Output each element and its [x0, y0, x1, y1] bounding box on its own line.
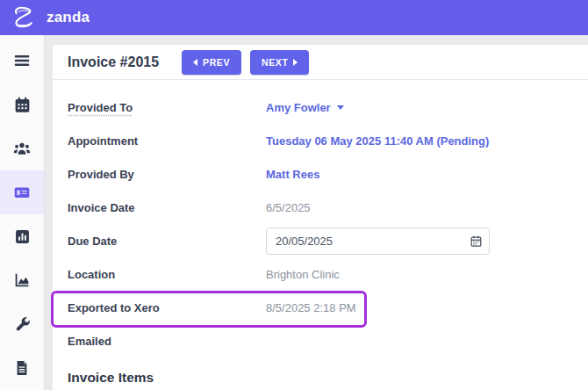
sidebar-item-calendar[interactable]	[0, 83, 44, 126]
notes-document-icon	[13, 359, 31, 377]
invoice-fields: Provided To Amy Fowler Appointment Tuesd…	[53, 80, 588, 358]
invoice-pagination: PREV NEXT	[182, 50, 309, 75]
sidebar-item-notes[interactable]	[0, 346, 44, 390]
calendar-icon	[13, 96, 32, 114]
provided-by-row: Provided By Matt Rees	[68, 157, 588, 191]
invoice-header: Invoice #2015 PREV NEXT	[53, 45, 588, 80]
reports-bar-chart-icon	[13, 228, 32, 246]
brand-name: zanda	[47, 9, 90, 26]
analytics-area-chart-icon	[12, 271, 32, 290]
calendar-picker-icon[interactable]	[470, 235, 483, 251]
exported-to-xero-value: 8/5/2025 2:18 PM	[266, 301, 356, 314]
sidebar-item-analytics[interactable]	[0, 258, 44, 302]
menu-icon	[12, 51, 32, 70]
invoice-detail-panel: Invoice #2015 PREV NEXT Provided To Amy …	[53, 45, 588, 390]
tools-wrench-icon	[13, 315, 32, 334]
emailed-label: Emailed	[68, 335, 266, 348]
emailed-row: Emailed	[68, 324, 588, 358]
location-row: Location Brighton Clinic	[68, 257, 588, 291]
exported-to-xero-label: Exported to Xero	[68, 301, 266, 314]
appointment-label: Appointment	[68, 134, 266, 148]
sidebar-item-tools[interactable]	[0, 302, 44, 346]
appointment-row: Appointment Tuesday 06 May 2025 11:40 AM…	[68, 124, 588, 157]
exported-to-xero-row: Exported to Xero 8/5/2025 2:18 PM	[68, 291, 588, 324]
provided-to-label: Provided To	[68, 101, 266, 114]
sidebar-item-clients[interactable]	[0, 126, 44, 170]
invoice-items-heading: Invoice Items	[68, 370, 588, 386]
practitioner-name: Matt Rees	[266, 168, 319, 181]
invoice-date-row: Invoice Date 6/5/2025	[68, 191, 588, 224]
zanda-logo[interactable]: zanda	[11, 5, 90, 30]
page-title: Invoice #2015	[68, 54, 159, 70]
provided-to-row: Provided To Amy Fowler	[68, 90, 588, 124]
sidebar-nav	[0, 35, 45, 390]
location-label: Location	[68, 268, 266, 281]
billing-icon	[12, 183, 32, 202]
chevron-down-icon	[337, 105, 344, 110]
prev-button-label: PREV	[203, 57, 230, 68]
sidebar-item-reports[interactable]	[0, 214, 44, 258]
invoice-date-label: Invoice Date	[68, 201, 266, 214]
appointment-link[interactable]: Tuesday 06 May 2025 11:40 AM (Pending)	[266, 134, 489, 148]
due-date-label: Due Date	[68, 235, 266, 248]
sidebar-item-billing[interactable]	[0, 170, 44, 214]
clients-icon	[12, 139, 32, 158]
zanda-scribble-z-icon	[11, 5, 39, 30]
sidebar-item-menu[interactable]	[0, 39, 44, 83]
due-date-input[interactable]	[266, 228, 490, 255]
prev-invoice-button[interactable]: PREV	[182, 50, 241, 75]
provided-by-label: Provided By	[68, 168, 266, 181]
provided-by-link[interactable]: Matt Rees	[266, 168, 319, 181]
top-bar: zanda	[0, 0, 588, 35]
location-value: Brighton Clinic	[266, 268, 340, 281]
next-invoice-button[interactable]: NEXT	[250, 50, 309, 75]
appointment-value: Tuesday 06 May 2025 11:40 AM (Pending)	[266, 134, 489, 148]
client-name: Amy Fowler	[266, 101, 331, 114]
due-date-row: Due Date	[68, 224, 588, 257]
invoice-date-value: 6/5/2025	[266, 201, 311, 214]
prev-arrow-icon	[193, 59, 197, 66]
provided-to-client-link[interactable]: Amy Fowler	[266, 101, 344, 114]
next-arrow-icon	[293, 59, 298, 66]
next-button-label: NEXT	[262, 57, 288, 68]
